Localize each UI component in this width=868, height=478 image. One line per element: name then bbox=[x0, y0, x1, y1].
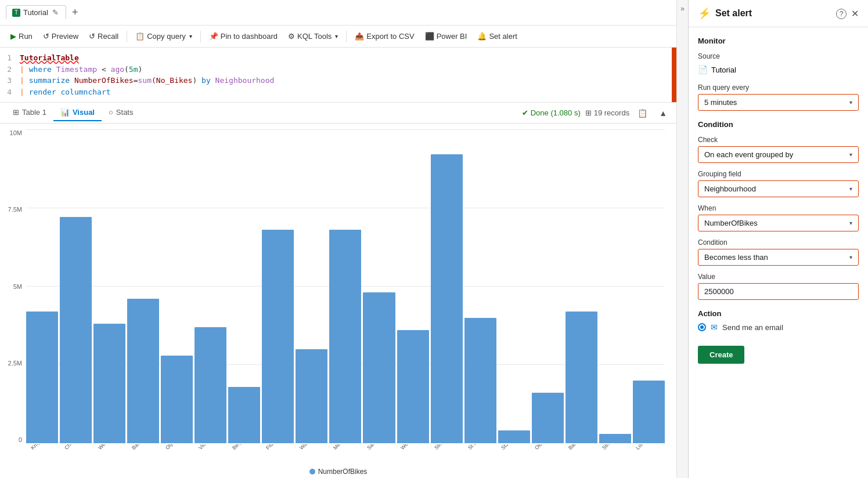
bar bbox=[195, 327, 226, 443]
run-query-dropdown[interactable]: 5 minutes ▾ bbox=[698, 94, 859, 111]
stats-tab[interactable]: ○ Stats bbox=[102, 104, 140, 121]
source-name: Tutorial bbox=[711, 66, 736, 74]
x-label: Wandsworth Road bbox=[295, 444, 329, 462]
check-dropdown[interactable]: On each event grouped by ▾ bbox=[698, 146, 859, 163]
preview-button[interactable]: ↺ Preview bbox=[38, 30, 83, 43]
run-icon: ▶ bbox=[10, 32, 16, 41]
add-tab-button[interactable]: + bbox=[69, 6, 82, 19]
monitor-section-label: Monitor bbox=[698, 37, 859, 45]
code-line-1: 1 TutorialTable bbox=[0, 52, 676, 64]
results-status: ✔ Done (1.080 s) ⊞ 19 records 📋 ▲ bbox=[522, 107, 671, 119]
bar bbox=[464, 318, 496, 443]
expand-button[interactable]: ▲ bbox=[655, 107, 671, 119]
tutorial-tab[interactable]: T Tutorial ✎ bbox=[6, 5, 66, 20]
visual-tab[interactable]: 📊 Visual bbox=[53, 104, 102, 121]
collapse-button[interactable]: 📋 bbox=[634, 107, 651, 119]
when-field-label: When bbox=[698, 204, 859, 212]
email-option-label: Send me an email bbox=[722, 323, 783, 332]
x-label: West Chelsea bbox=[93, 444, 127, 462]
kql-tools-button[interactable]: ⚙ KQL Tools bbox=[283, 30, 343, 43]
code-editor: 1 TutorialTable 2 | where Timestamp < ag… bbox=[0, 48, 676, 103]
x-label: West End bbox=[396, 444, 430, 462]
run-button[interactable]: ▶ Run bbox=[6, 30, 37, 43]
export-label: Export to CSV bbox=[366, 32, 414, 41]
check-value: On each event grouped by bbox=[704, 150, 793, 159]
visual-tab-icon: 📊 bbox=[60, 108, 70, 117]
visual-tab-label: Visual bbox=[73, 108, 95, 117]
alert-bolt-icon: ⚡ bbox=[698, 7, 711, 20]
email-icon: ✉ bbox=[711, 323, 718, 332]
run-label: Run bbox=[19, 32, 33, 41]
code-line-2: 2 | where Timestamp < ago(5m) bbox=[0, 64, 676, 75]
x-label: StJohn's Wood bbox=[496, 444, 530, 462]
run-query-label: Run query every bbox=[698, 84, 859, 92]
x-label: Chelsea bbox=[60, 444, 93, 462]
recall-button[interactable]: ↺ Recall bbox=[84, 30, 123, 43]
close-panel-button[interactable]: ✕ bbox=[851, 8, 859, 19]
value-field-label: Value bbox=[698, 273, 859, 281]
copy-label: Copy query bbox=[147, 32, 185, 41]
copy-icon: 📋 bbox=[135, 32, 145, 41]
create-button[interactable]: Create bbox=[698, 346, 744, 364]
kql-icon: ⚙ bbox=[288, 32, 295, 41]
recall-icon: ↺ bbox=[89, 32, 95, 41]
bar bbox=[329, 230, 361, 443]
code-line-3: 3 | summarize NumberOfBikes=sum(No_Bikes… bbox=[0, 75, 676, 86]
x-label: Strand bbox=[430, 444, 463, 462]
grouping-field-label: Grouping field bbox=[698, 170, 859, 178]
check-field-label: Check bbox=[698, 136, 859, 144]
collapse-panel[interactable]: » bbox=[676, 0, 688, 478]
source-box: 📄 Tutorial bbox=[698, 63, 859, 77]
recall-label: Recall bbox=[98, 32, 118, 41]
bar bbox=[161, 356, 193, 443]
bar bbox=[363, 292, 395, 443]
edit-tab-button[interactable]: ✎ bbox=[51, 8, 60, 17]
stats-tab-icon: ○ bbox=[109, 108, 113, 117]
pin-label: Pin to dashboard bbox=[221, 32, 278, 41]
pin-dashboard-button[interactable]: 📌 Pin to dashboard bbox=[204, 30, 282, 43]
when-value: NumberOfBikes bbox=[704, 219, 758, 227]
export-button[interactable]: 📤 Export to CSV bbox=[350, 30, 419, 43]
x-label: Stratford bbox=[597, 444, 631, 462]
bar bbox=[566, 312, 597, 443]
condition-section-label: Condition bbox=[698, 120, 859, 129]
y-label-3: 2.5M bbox=[8, 360, 22, 367]
table-tab[interactable]: ⊞ Table 1 bbox=[6, 104, 53, 121]
value-input[interactable] bbox=[698, 283, 859, 300]
copy-query-button[interactable]: 📋 Copy query bbox=[131, 30, 196, 43]
kql-label: KQL Tools bbox=[297, 32, 332, 41]
email-radio-dot bbox=[698, 323, 706, 331]
bar-chart bbox=[26, 129, 665, 443]
table-tab-label: Table 1 bbox=[22, 108, 46, 117]
email-radio-option[interactable]: ✉ Send me an email bbox=[698, 323, 859, 332]
help-button[interactable]: ? bbox=[836, 8, 847, 19]
panel-body: Monitor Source 📄 Tutorial Run query ever… bbox=[689, 27, 868, 478]
bar bbox=[127, 299, 159, 443]
sep3 bbox=[346, 31, 347, 42]
set-alert-button[interactable]: 🔔 Set alert bbox=[473, 30, 521, 43]
sep1 bbox=[127, 31, 127, 42]
check-arrow-icon: ▾ bbox=[849, 151, 852, 158]
close-icon: ✕ bbox=[851, 9, 859, 19]
x-label: Old Ford bbox=[530, 444, 564, 462]
condition-value: Becomes less than bbox=[704, 253, 768, 262]
sep2 bbox=[200, 31, 201, 42]
when-dropdown[interactable]: NumberOfBikes ▾ bbox=[698, 215, 859, 231]
grouping-arrow-icon: ▾ bbox=[849, 186, 852, 192]
x-label: Battersea bbox=[127, 444, 161, 462]
panel-title: ⚡ Set alert bbox=[698, 7, 752, 20]
export-icon: 📤 bbox=[355, 32, 364, 41]
grouping-dropdown[interactable]: Neighbourhood ▾ bbox=[698, 180, 859, 197]
bar bbox=[93, 324, 125, 443]
bar bbox=[296, 349, 327, 443]
x-label: Victoria bbox=[194, 444, 228, 462]
power-bi-button[interactable]: ⬛ Power BI bbox=[420, 30, 472, 43]
condition-dropdown[interactable]: Becomes less than ▾ bbox=[698, 249, 859, 266]
stats-tab-label: Stats bbox=[116, 108, 134, 117]
done-text: Done (1.080 s) bbox=[531, 108, 581, 117]
condition-arrow-icon: ▾ bbox=[849, 254, 852, 260]
chart-area: 10M 7.5M 5M 2.5M 0 KnightsbridgeChelseaW… bbox=[0, 124, 676, 478]
set-alert-label: Set alert bbox=[489, 32, 517, 41]
bar bbox=[397, 330, 429, 443]
action-section-label: Action bbox=[698, 309, 859, 318]
